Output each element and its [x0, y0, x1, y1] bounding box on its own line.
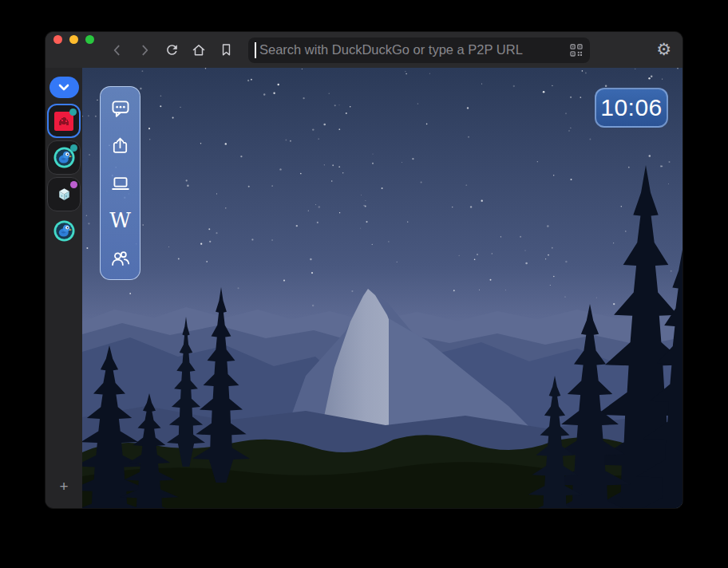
ice-cube-app-icon [55, 185, 73, 203]
bookmark-button[interactable] [218, 42, 234, 58]
sidebar-item-red-pixel-app[interactable] [47, 104, 81, 138]
add-app-button[interactable]: + [53, 476, 74, 497]
chat-icon [110, 98, 131, 119]
laptop-icon [110, 173, 131, 194]
sidebar-item-bird-app[interactable] [47, 140, 81, 175]
bookmark-icon [219, 42, 234, 57]
app-sidebar: + [46, 68, 82, 508]
wallpaper-half-dome [82, 68, 682, 508]
status-dot [70, 181, 77, 188]
back-button[interactable] [109, 42, 125, 58]
chevron-down-icon [58, 84, 69, 91]
contacts-icon [109, 247, 131, 269]
minimize-button[interactable] [69, 35, 78, 44]
desktop-area: W 10:06 [82, 68, 682, 508]
chevron-left-icon [109, 42, 125, 58]
address-bar [248, 37, 590, 63]
nav-buttons [109, 42, 234, 58]
wikipedia-icon: W [109, 210, 131, 231]
reload-icon [164, 42, 180, 57]
qr-scan-button[interactable] [570, 44, 583, 57]
screen-button[interactable] [109, 172, 132, 195]
chat-button[interactable] [109, 97, 132, 120]
search-input[interactable] [248, 37, 590, 63]
sidebar-item-bird-app-2[interactable] [47, 214, 81, 248]
titlebar: ⚙ [46, 32, 682, 68]
status-dot [70, 144, 77, 152]
quick-access-toolbar: W [100, 86, 140, 280]
forward-button[interactable] [136, 42, 152, 58]
text-caret [255, 42, 256, 58]
zoom-button[interactable] [85, 35, 94, 44]
traffic-lights [53, 35, 94, 44]
contacts-button[interactable] [109, 247, 132, 269]
status-dot [69, 108, 77, 116]
home-icon [191, 42, 207, 58]
settings-button[interactable]: ⚙ [656, 41, 671, 58]
qr-code-icon [570, 44, 583, 57]
close-button[interactable] [53, 35, 62, 44]
clock-widget: 10:06 [595, 88, 668, 128]
clock-time: 10:06 [600, 94, 663, 121]
reload-button[interactable] [164, 42, 180, 58]
sidebar-item-cube-app[interactable] [47, 177, 81, 211]
wikipedia-button[interactable]: W [109, 209, 132, 231]
profile-menu-button[interactable] [49, 77, 79, 98]
chevron-right-icon [136, 42, 152, 58]
home-button[interactable] [191, 42, 207, 58]
share-button[interactable] [109, 135, 132, 157]
browser-window: ⚙ [46, 32, 682, 508]
upload-icon [110, 136, 130, 156]
blue-bird-app-icon [53, 220, 75, 242]
